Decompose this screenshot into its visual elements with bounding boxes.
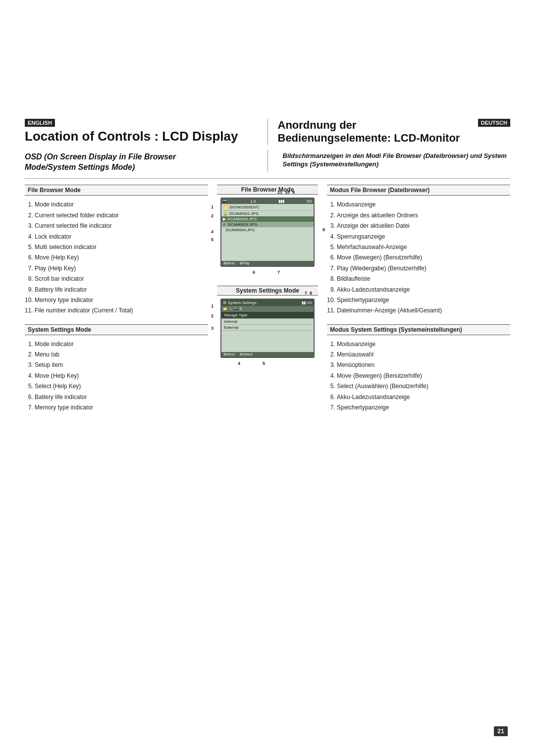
list-item: Mode indicator — [35, 200, 208, 209]
fb-file-row-2: ▶ DCAM0002.JPG — [221, 216, 314, 222]
deutsch-title-line1: Anordnung der — [278, 119, 460, 132]
fb-top-numbers: 11 10 9 — [277, 190, 295, 195]
fb-num-4: 4 — [211, 229, 214, 234]
ss-num-5: 5 — [263, 361, 265, 366]
ss-menu-item: Storage Type — [221, 312, 314, 319]
list-item: Play (Wiedergabe) (Benutzerhilfe) — [337, 263, 510, 273]
list-item: Anzeige der aktuellen Datei — [337, 221, 510, 231]
english-badge: ENGLISH — [25, 119, 55, 127]
deutsch-badge: DEUTSCH — [478, 119, 510, 127]
fb-lock-icon: 🔒 — [223, 211, 228, 216]
ss-lcd-screen: ⚙ System Settings ▮▮ SD 📁 🔧 📷 ⚙ — [220, 299, 315, 358]
three-col-layout: File Browser Mode Mode indicator Current… — [25, 185, 510, 413]
fb-file-3: DCAM0003.JPG — [228, 222, 257, 227]
ss-bottom-move: ⊠Move — [223, 353, 235, 356]
ss-num-2: 2 — [211, 313, 214, 318]
fb-space-icon — [223, 228, 224, 232]
fb-num-7: 7 — [277, 270, 280, 275]
fb-file-row-1: 🔒 DCAM0001.JPG — [221, 211, 314, 216]
fb-num-8: 8 — [322, 227, 325, 232]
list-item: Battery life indicator — [35, 392, 208, 402]
fb-file-row-4: DCAM0004.JPG — [221, 227, 314, 233]
fb-num-1: 1 — [211, 204, 214, 209]
list-item: Mehrfachauswahl-Anzeige — [337, 242, 510, 252]
ss-bottom-select: ⊠Select — [240, 353, 252, 356]
list-item: Lock indicator — [35, 232, 208, 242]
fb-num-2: 2 — [211, 213, 214, 218]
fb-mode-icon: 📷 — [223, 199, 228, 203]
ss-mode-label: System Settings Mode — [217, 286, 318, 296]
fb-bottom-play: ⊠Play — [240, 261, 250, 265]
ss-top-bar: ⚙ System Settings ▮▮ SD — [221, 300, 314, 306]
fb-num-5: 5 — [211, 237, 214, 242]
fb-header-de: Modus File Browser (Dateibrowser) — [327, 185, 510, 196]
fb-bottom-bar: ⊠Move ⊠Play — [221, 261, 314, 266]
list-item: Dateinummer-Anzeige (Aktuell/Gesamt) — [337, 305, 510, 315]
list-item: Speichertypanzeige — [337, 295, 510, 305]
list-item: Select (Help Key) — [35, 381, 208, 391]
list-item: Modusanzeige — [337, 200, 510, 209]
list-item: Move (Bewegen) (Benutzerhilfe) — [337, 371, 510, 381]
ss-num-1: 1 — [211, 303, 214, 308]
fb-list-en: Mode indicator Current selected folder i… — [25, 200, 208, 315]
fb-memory: SD — [307, 199, 312, 203]
col-middle: File Browser Mode 11 10 9 1 2 4 5 8 6 7 — [213, 185, 322, 413]
page-number: 21 — [494, 726, 508, 736]
fb-list-de: Modusanzeige Anzeige des aktuellen Ordne… — [327, 200, 510, 315]
fb-lcd-inner: 📷 1:4 ▮▮▮ SD 📁 /DCIM/100SDVC 🔒 — [221, 199, 314, 266]
ss-icon-3: 📷 — [234, 307, 238, 311]
page-container: ENGLISH Location of Controls : LCD Displ… — [0, 0, 535, 756]
fb-file-1: DCAM0001.JPG — [229, 211, 259, 216]
list-item: Multi selection indicator — [35, 242, 208, 252]
fb-num-6: 6 — [253, 270, 255, 275]
list-item: Setup item — [35, 360, 208, 370]
fb-screen-wrapper: 11 10 9 1 2 4 5 8 6 7 📷 1:4 — [218, 198, 317, 267]
list-item: Memory type indicator — [35, 403, 208, 412]
list-item: Current selected file indicator — [35, 221, 208, 231]
fb-file-4: DCAM0004.JPG — [225, 228, 255, 232]
col-left: File Browser Mode Mode indicator Current… — [25, 185, 213, 413]
ss-option-1: Internal — [221, 319, 314, 325]
list-item: Menüauswahl — [337, 350, 510, 359]
fb-battery: ▮▮▮ — [278, 199, 284, 203]
list-item: Play (Help Key) — [35, 263, 208, 273]
list-item: Modusanzeige — [337, 339, 510, 349]
fb-lcd-screen: 📷 1:4 ▮▮▮ SD 📁 /DCIM/100SDVC 🔒 — [220, 198, 315, 267]
list-item: Move (Bewegen) (Benutzerhilfe) — [337, 252, 510, 262]
ss-screen-wrapper: 7 6 1 2 3 4 5 ⚙ System Settings ▮▮ — [218, 299, 317, 358]
ss-header-de: Modus System Settings (Systemeinstellung… — [327, 324, 510, 335]
top-section: ENGLISH Location of Controls : LCD Displ… — [25, 20, 510, 145]
ss-icon-1: 📁 — [223, 307, 227, 311]
ss-num-4: 4 — [238, 361, 240, 366]
list-item: Bildlaufleiste — [337, 274, 510, 284]
ss-icon-row: 📁 🔧 📷 ⚙ — [221, 306, 314, 312]
list-item: File number indicator (Current / Total) — [35, 305, 208, 315]
ss-option-2: External — [221, 325, 314, 331]
fb-file-2: DCAM0002.JPG — [227, 217, 257, 221]
ss-list-en: Mode indicator Menu tab Setup item Move … — [25, 339, 208, 413]
list-item: Move (Help Key) — [35, 252, 208, 262]
fb-top-bar: 📷 1:4 ▮▮▮ SD — [221, 199, 314, 204]
list-item: Akku-Ladezustandsanzeige — [337, 392, 510, 402]
fb-folder-icon: 📁 — [223, 205, 228, 209]
list-item: Move (Help Key) — [35, 371, 208, 381]
fb-bottom-move: ⊠Move — [223, 261, 235, 265]
list-item: Select (Auswählen) (Benutzerhilfe) — [337, 381, 510, 391]
ss-top-numbers: 7 6 — [305, 291, 312, 296]
list-item: Akku-Ladezustandsanzeige — [337, 285, 510, 295]
right-heading: Anordnung der Bedienungselemente: LCD-Mo… — [268, 119, 511, 145]
fb-file-row-3: ✓ DCAM0003.JPG — [221, 222, 314, 227]
col-right: Modus File Browser (Dateibrowser) Modusa… — [322, 185, 510, 413]
ss-num-3: 3 — [211, 326, 214, 331]
ss-icon-2: 🔧 — [228, 307, 233, 311]
list-item: Menüoptionen — [337, 360, 510, 370]
list-item: Current selected folder indicator — [35, 210, 208, 220]
list-item: Sperrungsanzeige — [337, 232, 510, 242]
osd-subtitle-de: Bildschirmanzeigen in den Modi File Brow… — [283, 152, 511, 169]
ss-title: ⚙ System Settings — [223, 301, 257, 305]
list-item: Speichertypanzeige — [337, 403, 510, 412]
list-item: Mode indicator — [35, 339, 208, 349]
fb-folder-path: /DCIM/100SDVC — [229, 205, 259, 209]
fb-check-icon: ✓ — [223, 222, 226, 227]
list-item: Scroll bar indicator — [35, 274, 208, 284]
